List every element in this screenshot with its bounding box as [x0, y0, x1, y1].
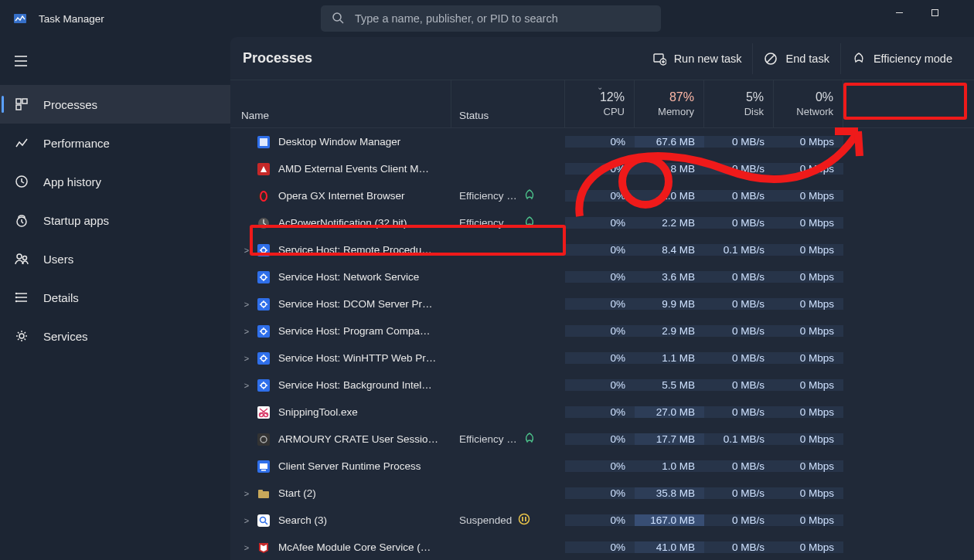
sidebar-item-startup-apps[interactable]: Startup apps [0, 201, 230, 239]
disk-cell: 0 MB/s [704, 487, 774, 499]
col-status[interactable]: Status [451, 80, 565, 127]
end-task-button[interactable]: End task [752, 43, 839, 74]
process-icon [257, 216, 271, 230]
run-new-task-button[interactable]: Run new task [642, 43, 753, 74]
memory-cell: 167.0 MB [635, 514, 704, 526]
process-row[interactable]: > Start (2) 0% 35.8 MB 0 MB/s 0 Mbps [230, 480, 974, 507]
cpu-cell: 0% [565, 136, 635, 148]
process-icon [257, 378, 271, 392]
maximize-button[interactable] [917, 0, 952, 25]
process-row[interactable]: Desktop Window Manager 0% 67.6 MB 0 MB/s… [230, 128, 974, 155]
process-icon [257, 514, 271, 528]
efficiency-mode-button[interactable]: Efficiency mode [840, 43, 963, 74]
toolbar: Processes Run new task End task Efficien… [230, 37, 974, 80]
process-row[interactable]: > Service Host: Background Intel… 0% 5.5… [230, 372, 974, 399]
minimize-button[interactable] [881, 0, 917, 25]
network-cell: 0 Mbps [774, 271, 843, 283]
sidebar-item-label: Performance [43, 137, 110, 150]
process-row[interactable]: > Service Host: WinHTTP Web Pr… 0% 1.1 M… [230, 344, 974, 372]
cpu-cell: 0% [565, 271, 635, 283]
svg-point-18 [16, 294, 17, 294]
col-disk[interactable]: 5% Disk [704, 80, 774, 127]
table-header[interactable]: Name Status ⌄ 12% CPU 87% Memory 5% Disk… [230, 80, 974, 128]
memory-cell: 2.2 MB [635, 217, 704, 229]
process-name: ARMOURY CRATE User Sessio… [278, 433, 438, 445]
process-status: Efficiency … [459, 217, 517, 229]
col-name[interactable]: Name [230, 80, 451, 127]
memory-cell: 9.9 MB [635, 298, 704, 310]
svg-rect-49 [257, 433, 270, 446]
sort-caret-icon: ⌄ [597, 83, 603, 91]
app-icon [12, 11, 28, 26]
svg-line-2 [340, 20, 343, 23]
col-cpu[interactable]: ⌄ 12% CPU [565, 80, 635, 127]
svg-rect-9 [22, 99, 27, 104]
process-row[interactable]: > McAfee Module Core Service (… 0% 41.0 … [230, 534, 974, 560]
col-memory[interactable]: 87% Memory [635, 80, 704, 127]
svg-rect-44 [257, 379, 270, 392]
process-name: Service Host: Program Compa… [278, 325, 431, 337]
main-pane: Processes Run new task End task Efficien… [230, 37, 974, 560]
process-row[interactable]: > Service Host: Program Compa… 0% 2.9 MB… [230, 317, 974, 344]
memory-cell: 5.5 MB [635, 379, 704, 391]
window-controls [881, 0, 974, 37]
expander-icon[interactable]: > [240, 489, 254, 498]
expander-icon[interactable]: > [240, 543, 254, 552]
disk-cell: 0 MB/s [704, 352, 774, 364]
sidebar-item-details[interactable]: Details [0, 278, 230, 317]
sidebar-item-app-history[interactable]: App history [0, 162, 230, 201]
search-box[interactable] [321, 5, 661, 32]
search-icon [332, 12, 344, 26]
status-badge-icon [518, 513, 530, 528]
network-cell: 0 Mbps [774, 325, 843, 337]
disk-cell: 0 MB/s [704, 379, 774, 391]
network-cell: 0 Mbps [774, 352, 843, 364]
process-name: Opera GX Internet Browser [278, 190, 405, 202]
process-icon [257, 135, 271, 149]
expander-icon[interactable]: > [240, 327, 254, 336]
end-task-icon [764, 52, 778, 66]
process-row[interactable]: Client Server Runtime Process 0% 1.0 MB … [230, 453, 974, 480]
search-input[interactable] [355, 12, 650, 25]
process-name: Start (2) [278, 487, 316, 499]
network-cell: 0 Mbps [774, 136, 843, 148]
svg-rect-54 [258, 491, 269, 498]
process-row[interactable]: > Service Host: Remote Procedu… 0% 8.4 M… [230, 236, 974, 263]
sidebar-item-processes[interactable]: Processes [0, 85, 230, 124]
hamburger-button[interactable] [3, 43, 39, 79]
sidebar-item-label: Processes [43, 98, 97, 111]
network-cell: 0 Mbps [774, 244, 843, 256]
status-badge-icon [523, 216, 536, 230]
process-status: Efficiency … [459, 190, 517, 202]
sidebar-item-performance[interactable]: Performance [0, 124, 230, 162]
process-row[interactable]: AMD External Events Client M… 0% 1.8 MB … [230, 155, 974, 182]
process-name: Service Host: Background Intel… [278, 379, 432, 391]
memory-cell: 1.0 MB [635, 190, 704, 202]
svg-rect-38 [257, 298, 270, 311]
expander-icon[interactable]: > [240, 300, 254, 309]
run-new-task-label: Run new task [674, 53, 742, 65]
services-icon [14, 328, 29, 344]
process-row[interactable]: SnippingTool.exe 0% 27.0 MB 0 MB/s 0 Mbp… [230, 399, 974, 426]
cpu-cell: 0% [565, 406, 635, 418]
expander-icon[interactable]: > [240, 516, 254, 525]
process-row[interactable]: > Service Host: DCOM Server Pr… 0% 9.9 M… [230, 290, 974, 317]
process-row[interactable]: Service Host: Network Service 0% 3.6 MB … [230, 263, 974, 290]
expander-icon[interactable]: > [240, 381, 254, 390]
expander-icon[interactable]: > [240, 246, 254, 255]
process-icon [257, 324, 271, 338]
process-row[interactable]: > Search (3) Suspended 0% 167.0 MB 0 MB/… [230, 507, 974, 534]
col-network[interactable]: 0% Network [774, 80, 843, 127]
memory-cell: 67.6 MB [635, 136, 704, 148]
disk-cell: 0 MB/s [704, 514, 774, 526]
sidebar-item-users[interactable]: Users [0, 239, 230, 278]
process-icon [257, 541, 271, 555]
process-row[interactable]: AcPowerNotification (32 bit) Efficiency … [230, 209, 974, 236]
svg-rect-36 [257, 271, 270, 283]
process-row[interactable]: Opera GX Internet Browser Efficiency … 0… [230, 182, 974, 209]
process-row[interactable]: ARMOURY CRATE User Sessio… Efficiency … … [230, 426, 974, 453]
sidebar-item-services[interactable]: Services [0, 317, 230, 355]
svg-rect-56 [257, 514, 270, 527]
memory-cell: 17.7 MB [635, 433, 704, 445]
expander-icon[interactable]: > [240, 354, 254, 363]
